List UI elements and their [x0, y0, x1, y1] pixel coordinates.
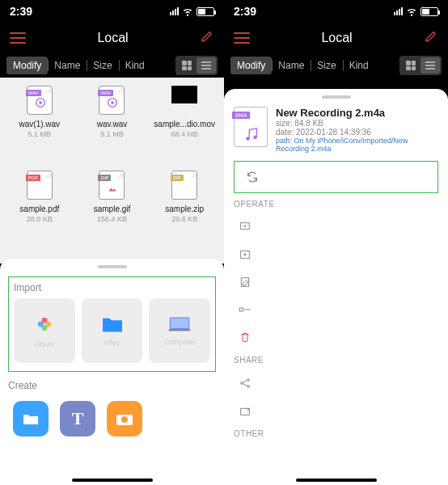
sort-kind[interactable]: Kind — [119, 57, 151, 74]
convert-action[interactable] — [234, 161, 438, 193]
folder-new-icon — [21, 411, 40, 427]
text-icon: T — [72, 408, 84, 429]
status-indicators — [170, 6, 214, 17]
svg-point-12 — [253, 135, 257, 139]
battery-icon — [197, 7, 214, 16]
edit-icon[interactable] — [424, 29, 438, 47]
file-type-icon: M4A — [234, 107, 268, 147]
detail-title: New Recording 2.m4a — [276, 107, 438, 119]
sort-size[interactable]: Size — [311, 57, 342, 74]
svg-point-18 — [247, 379, 250, 382]
file-grid: WAV wav(1).wav5.1 MB WAV wav.wav5.1 MB s… — [0, 78, 224, 264]
other-label: OTHER — [234, 429, 438, 438]
page-title: Local — [321, 31, 352, 45]
status-indicators — [394, 6, 438, 17]
operate-rename[interactable] — [234, 296, 438, 323]
create-folder[interactable] — [13, 401, 49, 436]
operate-present[interactable] — [234, 213, 438, 241]
view-toggle — [175, 56, 218, 75]
home-indicator[interactable] — [296, 479, 377, 482]
import-sheet: Import Album Files Computer — [0, 259, 224, 485]
operate-label: OPERATE — [234, 200, 438, 209]
sort-options: Modify Name Size Kind — [6, 57, 151, 74]
menu-icon[interactable] — [234, 32, 250, 44]
computer-icon — [167, 315, 192, 333]
file-item[interactable]: WAV wav(1).wav5.1 MB — [3, 86, 76, 171]
navbar: Local — [224, 23, 448, 53]
svg-point-19 — [247, 386, 250, 388]
play-icon — [239, 248, 251, 261]
grid-view-button[interactable] — [177, 57, 197, 74]
rename-icon — [239, 303, 251, 316]
sort-name[interactable]: Name — [48, 57, 87, 74]
list-icon — [201, 61, 211, 70]
file-item[interactable]: sample...dio.mov68.4 MB — [148, 86, 221, 171]
share-action[interactable] — [234, 369, 438, 397]
svg-rect-16 — [239, 308, 243, 311]
battery-icon — [421, 7, 438, 16]
svg-point-17 — [241, 382, 243, 385]
detail-path: path: On My iPhone/iConv/Imported/New Re… — [276, 137, 438, 153]
convert-icon — [246, 171, 259, 183]
camera-icon — [115, 411, 134, 427]
sort-bar: Modify Name Size Kind — [224, 53, 448, 78]
share-export[interactable] — [234, 397, 438, 424]
folder-icon — [100, 314, 125, 334]
grid-view-button[interactable] — [401, 57, 421, 74]
trash-icon — [239, 331, 251, 344]
file-item[interactable]: PDF sample.pdf28.0 KB — [3, 171, 76, 255]
list-view-button[interactable] — [421, 57, 440, 74]
export-icon — [239, 404, 251, 417]
import-section: Import Album Files Computer — [8, 276, 216, 372]
signal-icon — [170, 7, 179, 15]
create-text[interactable]: T — [60, 401, 95, 436]
sheet-handle[interactable] — [322, 95, 351, 99]
list-view-button[interactable] — [197, 57, 216, 74]
file-item[interactable]: ZIP sample.zip29.6 KB — [148, 171, 221, 255]
share-icon — [239, 377, 251, 390]
create-label: Create — [8, 380, 216, 391]
svg-rect-7 — [171, 318, 188, 328]
sort-modify[interactable]: Modify — [230, 57, 272, 74]
sort-kind[interactable]: Kind — [343, 57, 375, 74]
wifi-icon — [406, 6, 417, 17]
status-bar: 2:39 — [0, 0, 224, 23]
file-item[interactable]: GIF sample.gif156.4 KB — [76, 171, 149, 255]
sort-modify[interactable]: Modify — [6, 57, 48, 74]
status-time: 2:39 — [10, 5, 32, 18]
file-item[interactable]: WAV wav.wav5.1 MB — [76, 86, 149, 171]
status-bar: 2:39 — [224, 0, 448, 23]
svg-point-11 — [246, 137, 250, 141]
music-icon — [241, 125, 262, 143]
import-files[interactable]: Files — [82, 298, 143, 363]
sort-name[interactable]: Name — [272, 57, 311, 74]
sort-size[interactable]: Size — [87, 57, 118, 74]
sheet-handle[interactable] — [98, 265, 127, 268]
detail-date: date: 2022-01-28 14:39:36 — [276, 128, 438, 137]
page-title: Local — [97, 31, 128, 45]
svg-point-10 — [121, 416, 128, 423]
svg-rect-8 — [169, 329, 191, 331]
import-computer[interactable]: Computer — [149, 298, 210, 363]
navbar: Local — [0, 23, 224, 53]
import-album[interactable]: Album — [14, 298, 75, 363]
edit-icon[interactable] — [200, 29, 214, 47]
operate-play[interactable] — [234, 241, 438, 268]
detail-header: M4A New Recording 2.m4a size: 84.8 KB da… — [234, 107, 438, 153]
share-label: SHARE — [234, 356, 438, 365]
edit-doc-icon — [239, 276, 251, 289]
left-screen: 2:39 Local Modify Name Size Kind — [0, 0, 224, 485]
svg-point-5 — [38, 322, 44, 327]
home-indicator[interactable] — [72, 479, 153, 482]
grid-icon — [182, 61, 192, 70]
detail-size: size: 84.8 KB — [276, 119, 438, 128]
status-time: 2:39 — [234, 5, 256, 18]
menu-icon[interactable] — [10, 32, 26, 44]
operate-delete[interactable] — [234, 323, 438, 351]
photos-icon — [33, 313, 56, 335]
create-camera[interactable] — [107, 401, 142, 436]
right-screen: 2:39 Local Modify Name Size Kind — [224, 0, 448, 485]
import-label: Import — [14, 282, 210, 293]
detail-sheet: M4A New Recording 2.m4a size: 84.8 KB da… — [224, 89, 448, 485]
operate-edit[interactable] — [234, 268, 438, 296]
